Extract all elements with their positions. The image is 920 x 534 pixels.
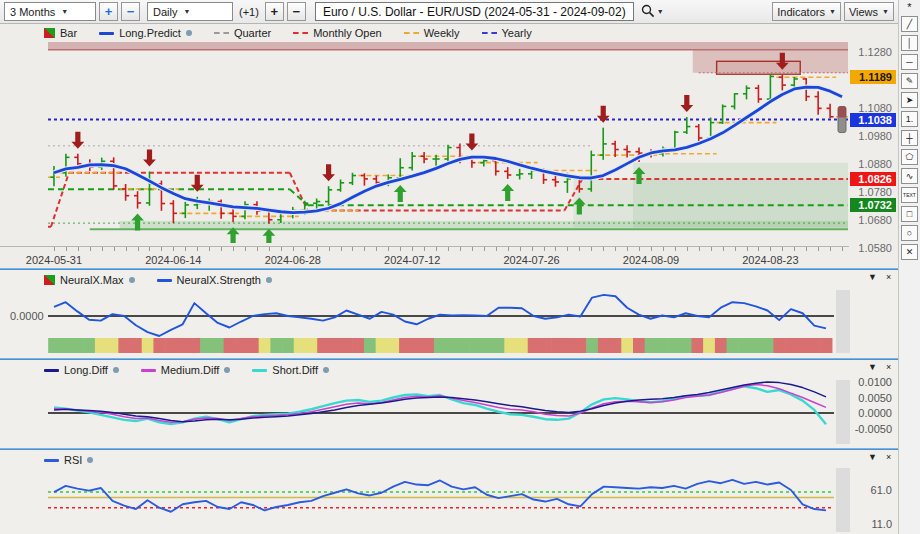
polygon-tool-icon[interactable]: ⬠ — [901, 149, 918, 165]
crosshair-tool-icon[interactable]: ┼ — [901, 130, 918, 146]
buy-arrow-icon[interactable] — [262, 229, 275, 243]
rectangle-tool-icon[interactable]: □ — [901, 206, 918, 222]
price-bar[interactable] — [731, 93, 738, 109]
settings-dot-icon[interactable] — [186, 30, 192, 36]
legend-item-weekly[interactable]: Weekly — [404, 27, 460, 39]
vertical-line-tool-icon[interactable]: │ — [901, 35, 918, 51]
price-axis-label: 1.0880 — [858, 158, 892, 170]
price-bar[interactable] — [719, 104, 726, 124]
neuralx-max-cell — [305, 338, 317, 353]
panel-end-strip — [836, 380, 850, 444]
buy-arrow-icon[interactable] — [501, 184, 514, 201]
settings-dot-icon[interactable] — [323, 367, 329, 373]
text-tool-icon[interactable]: TEXT — [901, 187, 918, 203]
price-bar[interactable] — [743, 85, 750, 99]
time-tick — [651, 247, 652, 251]
legend-item-bar[interactable]: Bar — [44, 27, 77, 39]
sell-arrow-icon[interactable] — [680, 95, 693, 112]
short-diff-swatch-icon — [252, 369, 267, 372]
price-bar[interactable] — [421, 152, 428, 163]
price-bar[interactable] — [815, 91, 822, 115]
long-diff-line[interactable] — [54, 382, 826, 422]
price-bar[interactable] — [767, 74, 774, 100]
legend-item-neuralx-strength[interactable]: NeuralX.Strength — [157, 274, 272, 286]
price-bar[interactable] — [182, 202, 189, 218]
neuralx-max-cell — [645, 338, 657, 353]
wave-tool-icon[interactable]: ∿ — [901, 168, 918, 184]
indicators-button[interactable]: Indicators ▼ — [772, 2, 841, 21]
fibonacci-tool-icon[interactable]: 1. — [901, 111, 918, 127]
main-price-chart[interactable] — [48, 42, 848, 243]
price-bar[interactable] — [134, 191, 141, 208]
legend-item-long-predict[interactable]: Long.Predict — [99, 27, 192, 39]
period-select[interactable]: Daily ▼ — [147, 2, 233, 21]
legend-item-monthly-open[interactable]: Monthly Open — [293, 27, 381, 39]
settings-dot-icon[interactable] — [224, 367, 230, 373]
symbol-title-box[interactable]: Euro / U.S. Dollar - EUR/USD (2024-05-31… — [315, 2, 634, 21]
legend-item-medium-diff[interactable]: Medium.Diff — [141, 364, 230, 376]
price-bar[interactable] — [50, 166, 57, 186]
rsi-chart[interactable] — [48, 466, 852, 534]
sell-arrow-icon[interactable] — [143, 150, 156, 167]
period-plus-button[interactable]: + — [265, 2, 284, 21]
views-button[interactable]: Views ▼ — [844, 2, 894, 21]
neuralx-max-cell — [586, 338, 598, 353]
ellipse-tool-icon[interactable]: ○ — [901, 225, 918, 241]
price-bar[interactable] — [337, 179, 344, 191]
price-bar[interactable] — [444, 145, 451, 162]
neuralx-chart[interactable] — [48, 288, 852, 356]
range-zoom-out-button[interactable]: − — [121, 2, 140, 21]
price-bar[interactable] — [349, 173, 356, 185]
price-axis[interactable]: 1.12801.10801.09801.08801.07801.06801.05… — [849, 42, 897, 284]
legend-label: Long.Predict — [119, 27, 181, 39]
price-bar[interactable] — [552, 176, 559, 187]
time-axis[interactable]: 2024-05-312024-06-142024-06-282024-07-12… — [0, 246, 849, 268]
legend-item-yearly[interactable]: Yearly — [482, 27, 532, 39]
diff-chart[interactable] — [48, 378, 852, 446]
time-tick — [400, 247, 401, 251]
legend-item-neuralx-max[interactable]: NeuralX.Max — [44, 274, 135, 286]
neuralx-max-cell — [598, 338, 610, 353]
legend-item-short-diff[interactable]: Short.Diff — [252, 364, 329, 376]
medium-diff-line[interactable] — [54, 384, 826, 422]
pencil-tool-icon[interactable]: ✎ — [901, 73, 918, 89]
time-tick — [102, 247, 103, 251]
legend-item-long-diff[interactable]: Long.Diff — [44, 364, 119, 376]
settings-dot-icon[interactable] — [113, 367, 119, 373]
price-bar[interactable] — [122, 184, 129, 201]
trendline-tool-icon[interactable]: ╱ — [901, 16, 918, 32]
sell-arrow-icon[interactable] — [322, 164, 335, 181]
price-bar[interactable] — [229, 208, 236, 222]
neuralx-max-cell — [48, 338, 60, 353]
price-bar[interactable] — [516, 169, 523, 180]
settings-dot-icon[interactable] — [129, 277, 135, 283]
price-bar[interactable] — [504, 167, 511, 179]
settings-dot-icon[interactable] — [87, 457, 93, 463]
search-icon[interactable] — [641, 4, 655, 20]
range-zoom-in-button[interactable]: + — [99, 2, 118, 21]
pointer-tool-icon[interactable]: ➤ — [901, 92, 918, 108]
delete-tool-icon[interactable]: ✕ — [901, 244, 918, 260]
search-dropdown-icon[interactable]: ▼ — [657, 8, 664, 15]
price-bar[interactable] — [409, 152, 416, 170]
time-tick — [329, 247, 330, 251]
buy-arrow-icon[interactable] — [394, 185, 407, 202]
settings-dot-icon[interactable] — [266, 277, 272, 283]
price-bar[interactable] — [325, 186, 332, 204]
close-panel-icon[interactable]: × — [886, 272, 891, 282]
sell-arrow-icon[interactable] — [465, 133, 478, 150]
horizontal-line-tool-icon[interactable]: ─ — [901, 54, 918, 70]
period-minus-button[interactable]: − — [287, 2, 306, 21]
time-tick — [555, 247, 556, 251]
legend-label: Short.Diff — [272, 364, 318, 376]
price-bar[interactable] — [826, 104, 833, 118]
legend-item-quarter[interactable]: Quarter — [214, 27, 271, 39]
star-tool-icon[interactable]: * — [901, 1, 918, 13]
legend-item-rsi[interactable]: RSI — [44, 454, 93, 466]
price-bar[interactable] — [170, 200, 177, 223]
range-select[interactable]: 3 Months ▼ — [4, 2, 96, 21]
collapse-panel-icon[interactable]: ▼ — [868, 272, 877, 282]
time-tick — [66, 247, 67, 251]
price-bar[interactable] — [755, 85, 762, 103]
neuralx-max-cell — [376, 338, 388, 353]
